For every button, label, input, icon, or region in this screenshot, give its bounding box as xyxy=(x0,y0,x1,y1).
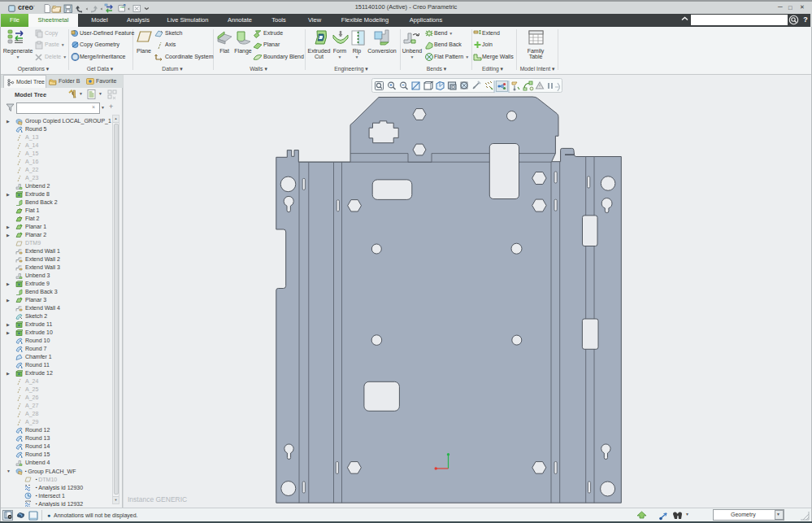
svg-text:Instance GENERIC: Instance GENERIC xyxy=(128,495,187,503)
